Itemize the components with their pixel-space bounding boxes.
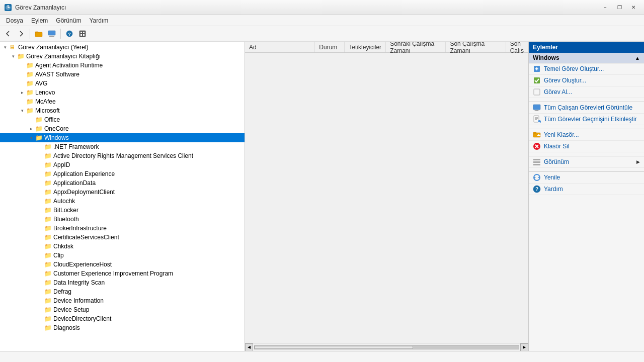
tree-onecore[interactable]: ▸ 📁 OneCore [0, 124, 245, 133]
tree-appdata[interactable]: ▾ 📁 ApplicationData [0, 178, 245, 188]
left-panel: ▾ 🖥 Görev Zamanlayıcı (Yerel) ▾ 📁 Görev … [0, 42, 245, 351]
svg-rect-10 [80, 32, 82, 33]
diag-label: Diagnosis [53, 324, 80, 331]
tree-broker[interactable]: ▾ 📁 BrokerInfrastructure [0, 224, 245, 233]
open-folder-button[interactable] [33, 28, 45, 40]
tree-defrag[interactable]: ▾ 📁 Defrag [0, 287, 245, 296]
tree-bitlocker[interactable]: ▾ 📁 BitLocker [0, 206, 245, 215]
tree-dotnet[interactable]: ▾ 📁 .NET Framework [0, 142, 245, 151]
tree-clip[interactable]: ▾ 📁 Clip [0, 251, 245, 260]
refresh-label: Yenile [544, 174, 560, 181]
new-folder-icon [533, 131, 541, 139]
tree-autochk[interactable]: ▾ 📁 Autochk [0, 197, 245, 206]
h-scroll-thumb[interactable] [255, 346, 413, 349]
tree-view[interactable]: ▾ 🖥 Görev Zamanlayıcı (Yerel) ▾ 📁 Görev … [0, 42, 245, 351]
col-ad[interactable]: Ad [245, 42, 315, 52]
tree-cloudexp[interactable]: ▾ 📁 CloudExperienceHost [0, 260, 245, 269]
tree-ceip[interactable]: ▾ 📁 Customer Experience Improvement Prog… [0, 269, 245, 278]
toolbar: ? [0, 26, 644, 41]
svg-rect-24 [535, 118, 538, 119]
root-label: Görev Zamanlayıcı (Yerel) [18, 44, 89, 51]
action-refresh[interactable]: Yenile [529, 172, 644, 184]
status-bar [0, 351, 644, 362]
tree-lenovo[interactable]: ▸ 📁 Lenovo [0, 88, 245, 97]
tree-devinfo[interactable]: ▾ 📁 Device Information [0, 296, 245, 305]
window-controls: − ❐ ✕ [599, 3, 640, 13]
help-toolbar-button[interactable]: ? [63, 28, 75, 40]
svg-rect-18 [534, 89, 540, 95]
tree-appx[interactable]: ▾ 📁 AppxDeploymentClient [0, 188, 245, 197]
defrag-folder-icon: 📁 [44, 288, 52, 295]
action-enable-history[interactable]: ▶ Tüm Görevler Geçmişini Etkinleştir [529, 114, 644, 125]
delete-folder-label: Klasör Sil [544, 143, 570, 150]
col-sonraki[interactable]: Sonraki Çalışma Zamanı [386, 42, 446, 52]
close-button[interactable]: ✕ [627, 3, 640, 13]
h-scroll-right[interactable]: ▶ [520, 343, 528, 351]
minimize-button[interactable]: − [599, 3, 612, 13]
expand-lenovo[interactable]: ▸ [18, 90, 26, 95]
svg-rect-12 [80, 34, 82, 36]
tree-office[interactable]: ▾ 📁 Office [0, 115, 245, 124]
expand-onecore[interactable]: ▸ [27, 126, 35, 131]
action-delete-folder[interactable]: Klasör Sil [529, 141, 644, 152]
appx-folder-icon: 📁 [44, 189, 52, 196]
h-scroll-left[interactable]: ◀ [245, 343, 253, 351]
col-son[interactable]: Son Çalışma Zamanı [446, 42, 506, 52]
tree-library[interactable]: ▾ 📁 Görev Zamanlayıcı Kitaplığı [0, 52, 245, 61]
tree-chkdsk[interactable]: ▾ 📁 Chkdsk [0, 242, 245, 251]
tree-avg[interactable]: ▾ 📁 AVG [0, 79, 245, 88]
menu-item-eylem[interactable]: Eylem [27, 16, 52, 25]
h-scroll-area[interactable]: ◀ ▶ [245, 343, 528, 351]
tree-devdir[interactable]: ▾ 📁 DeviceDirectoryClient [0, 314, 245, 323]
action-new-folder[interactable]: Yeni Klasör... [529, 129, 644, 141]
expand-microsoft[interactable]: ▾ [18, 108, 26, 113]
tree-datainteg[interactable]: ▾ 📁 Data Integrity Scan [0, 278, 245, 287]
h-scroll-track[interactable] [254, 345, 519, 349]
tree-avast[interactable]: ▾ 📁 AVAST Software [0, 70, 245, 79]
menu-item-yardım[interactable]: Yardım [85, 16, 112, 25]
actions-windows-header[interactable]: Windows ▲ [529, 53, 644, 63]
tree-appexp[interactable]: ▾ 📁 Application Experience [0, 169, 245, 178]
expand-root[interactable]: ▾ [1, 45, 9, 50]
tree-bluetooth[interactable]: ▾ 📁 Bluetooth [0, 215, 245, 224]
back-button[interactable] [2, 28, 14, 40]
col-durum[interactable]: Durum [315, 42, 345, 52]
table-body[interactable] [245, 53, 528, 343]
svg-rect-6 [49, 36, 54, 37]
adrmsc-label: Active Directory Rights Management Servi… [53, 152, 193, 159]
appid-folder-icon: 📁 [44, 161, 52, 168]
settings-button[interactable] [76, 28, 89, 40]
action-view[interactable]: Görünüm ▶ [529, 156, 644, 168]
tree-windows[interactable]: ▾ 📁 Windows [0, 133, 245, 142]
broker-label: BrokerInfrastructure [53, 225, 107, 232]
computer-button[interactable] [46, 28, 58, 40]
tree-microsoft[interactable]: ▾ 📁 Microsoft [0, 106, 245, 115]
expand-windows[interactable]: ▾ [27, 135, 35, 140]
tree-agent[interactable]: ▾ 📁 Agent Activation Runtime [0, 61, 245, 70]
col-sonc[interactable]: Son Çalış [506, 42, 528, 52]
tree-appid[interactable]: ▾ 📁 AppID [0, 160, 245, 169]
action-sep-4 [529, 168, 644, 172]
office-label: Office [44, 116, 60, 123]
avg-label: AVG [35, 80, 47, 87]
svg-rect-16 [535, 68, 538, 69]
tree-adrmsc[interactable]: ▾ 📁 Active Directory Rights Management S… [0, 151, 245, 160]
forward-button[interactable] [15, 28, 27, 40]
tree-devsetup[interactable]: ▾ 📁 Device Setup [0, 305, 245, 314]
action-view-running[interactable]: Tüm Çalışan Görevleri Görüntüle [529, 102, 644, 114]
tree-diag[interactable]: ▾ 📁 Diagnosis [0, 323, 245, 332]
action-create-basic[interactable]: Temel Görev Oluştur... [529, 63, 644, 75]
action-create-task[interactable]: Görev Oluştur... [529, 75, 644, 86]
tree-certsvcs[interactable]: ▾ 📁 CertificateServicesClient [0, 233, 245, 242]
tree-mcafee[interactable]: ▾ 📁 McAfee [0, 97, 245, 106]
action-import[interactable]: Görev Al... [529, 86, 644, 98]
svg-rect-9 [79, 31, 86, 37]
menu-item-dosya[interactable]: Dosya [2, 16, 27, 25]
menu-item-görünüm[interactable]: Görünüm [52, 16, 85, 25]
svg-rect-4 [48, 31, 55, 35]
maximize-button[interactable]: ❐ [613, 3, 626, 13]
expand-library[interactable]: ▾ [9, 54, 17, 59]
col-tetik[interactable]: Tetikleyiciler [345, 42, 386, 52]
tree-root[interactable]: ▾ 🖥 Görev Zamanlayıcı (Yerel) [0, 43, 245, 52]
action-help[interactable]: ? Yardım [529, 184, 644, 195]
